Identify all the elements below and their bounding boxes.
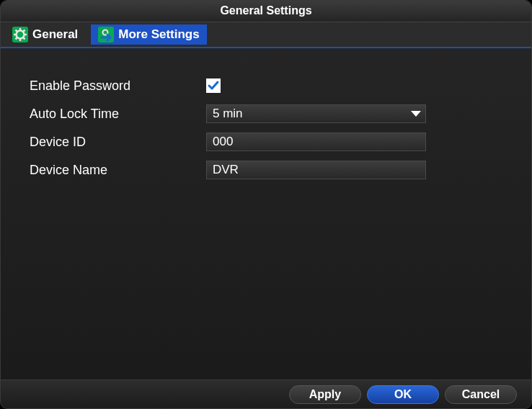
tab-more-label: More Settings	[118, 27, 199, 42]
checkbox-enable-password[interactable]	[206, 78, 221, 93]
tab-bar: General More Settings	[1, 22, 531, 48]
label-device-name: Device Name	[30, 163, 206, 178]
select-auto-lock-value: 5 min	[213, 107, 243, 121]
checkmark-icon	[207, 79, 220, 92]
cancel-button[interactable]: Cancel	[445, 385, 517, 404]
label-auto-lock: Auto Lock Time	[30, 107, 206, 122]
input-device-id[interactable]	[206, 132, 426, 151]
ok-button[interactable]: OK	[367, 385, 439, 404]
footer-bar: Apply OK Cancel	[1, 379, 531, 408]
row-device-name: Device Name	[30, 160, 510, 180]
svg-line-7	[23, 37, 25, 39]
settings-window: General Settings	[0, 0, 532, 409]
tab-more-settings[interactable]: More Settings	[91, 24, 206, 45]
gear-icon	[12, 27, 28, 42]
apply-button[interactable]: Apply	[289, 385, 361, 404]
svg-line-8	[16, 37, 17, 39]
input-device-name[interactable]	[206, 161, 426, 179]
chevron-down-icon	[411, 111, 421, 117]
content-area: Enable Password Auto Lock Time 5 min Dev…	[1, 48, 531, 379]
svg-line-9	[23, 30, 25, 32]
gear-arrow-icon	[98, 27, 114, 42]
tab-general-label: General	[32, 27, 78, 42]
tab-general[interactable]: General	[5, 24, 85, 45]
svg-line-6	[16, 30, 17, 32]
select-auto-lock[interactable]: 5 min	[206, 104, 426, 123]
row-device-id: Device ID	[30, 132, 510, 152]
window-title: General Settings	[1, 1, 531, 22]
label-enable-password: Enable Password	[30, 78, 206, 94]
row-auto-lock: Auto Lock Time 5 min	[30, 104, 510, 124]
label-device-id: Device ID	[30, 135, 206, 150]
row-enable-password: Enable Password	[30, 76, 510, 96]
